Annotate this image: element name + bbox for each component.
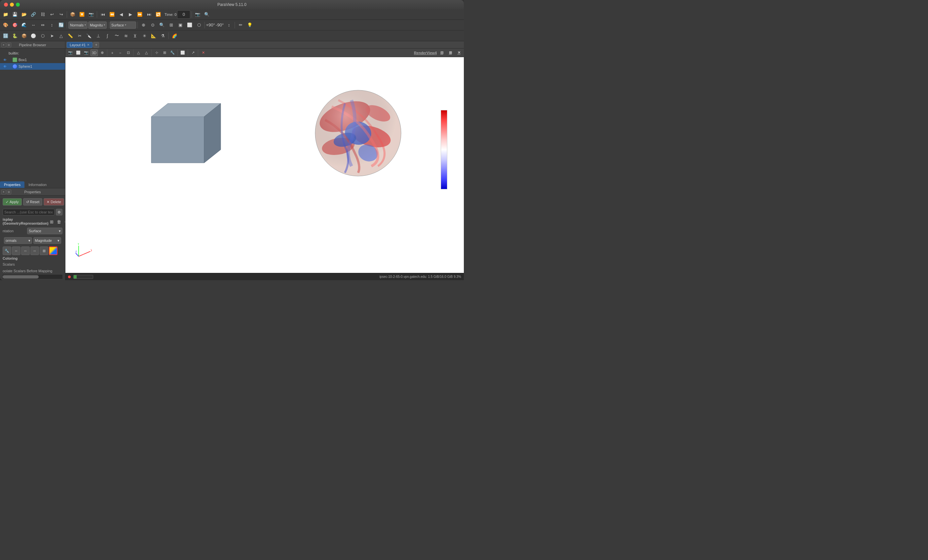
representation-dropdown[interactable]: Surface ▾ — [27, 227, 63, 234]
panel-float-button[interactable]: ⊞ — [7, 43, 11, 47]
calc-button[interactable]: 🔢 — [2, 31, 10, 40]
reset-camera-button[interactable]: 🔍 — [203, 10, 211, 19]
annotation-point-button[interactable]: △ — [135, 50, 142, 56]
display-copy-button[interactable]: ⊞ — [49, 219, 55, 225]
zoom-button[interactable]: 🔍 — [157, 21, 166, 29]
pipeline-item-sphere1[interactable]: 👁 Sphere1 — [0, 63, 65, 70]
axes-button[interactable]: ↔ — [29, 21, 38, 29]
props-float-button[interactable]: ⊞ — [7, 190, 11, 194]
play-back-button[interactable]: ◀ — [117, 10, 125, 19]
display-delete-button[interactable]: 🗑 — [56, 219, 63, 225]
connect-button[interactable]: 🔗 — [29, 10, 38, 19]
remove-point-button[interactable]: − — [117, 50, 124, 56]
cone-btn[interactable]: △ — [57, 31, 66, 40]
rescale-button[interactable]: ↔ — [12, 246, 20, 255]
view-type-button[interactable]: 3D — [90, 50, 98, 56]
save-button[interactable]: 💾 — [11, 10, 19, 19]
box-button[interactable]: 📦 — [20, 31, 28, 40]
open-file-button[interactable]: 📁 — [2, 10, 10, 19]
annotation-button[interactable]: 🔧 — [169, 50, 176, 56]
integrate-btn[interactable]: ∫ — [103, 31, 111, 40]
delete-view-button[interactable]: ✕ — [200, 50, 207, 56]
ruler-btn[interactable]: 📏 — [66, 31, 75, 40]
minimize-button[interactable] — [10, 3, 14, 7]
undo-button[interactable]: ↩ — [47, 10, 56, 19]
props-close-button[interactable]: ✕ — [2, 190, 6, 194]
last-frame-button[interactable]: ⏭ — [145, 10, 153, 19]
adjust-view-button[interactable]: ⊡ — [125, 50, 132, 56]
box1-eye-icon[interactable]: 👁 — [3, 58, 7, 62]
arrow-btn[interactable]: ➤ — [47, 31, 56, 40]
viewport-3d[interactable]: X Y Z — [66, 57, 464, 273]
threshold-btn[interactable]: ⊥ — [94, 31, 102, 40]
split-horizontal-button[interactable]: ⊟ — [438, 50, 445, 56]
pick-cell-button[interactable]: 📷 — [82, 50, 90, 56]
cursor-button[interactable]: ⊹ — [153, 50, 160, 56]
light-button[interactable]: 💡 — [246, 21, 254, 29]
horizontal-scrollbar[interactable] — [3, 274, 63, 279]
center-button[interactable]: ⊙ — [148, 21, 157, 29]
background-button[interactable]: ⬜ — [179, 50, 186, 56]
annotation-line-button[interactable]: △ — [143, 50, 150, 56]
select-button[interactable]: ▣ — [176, 21, 185, 29]
python-button[interactable]: 🐍 — [11, 31, 19, 40]
camera-button[interactable]: 📷 — [193, 10, 202, 19]
layout-tab-1[interactable]: Layout #1 ✕ — [67, 42, 93, 48]
disconnect-button[interactable]: ⛓ — [38, 10, 47, 19]
play-forward-button[interactable]: ⏩ — [136, 10, 144, 19]
display-settings-button[interactable]: ⚙ — [63, 219, 65, 225]
camera-mode-button[interactable]: 📷 — [67, 50, 74, 56]
stream-btn[interactable]: ≋ — [122, 31, 130, 40]
sphere1-eye-icon[interactable]: 👁 — [3, 64, 7, 69]
orientation-button[interactable]: ⊞ — [161, 50, 168, 56]
tab-properties[interactable]: Properties — [0, 182, 24, 188]
add-layout-button[interactable]: + — [93, 42, 99, 48]
redo-button[interactable]: ↪ — [57, 10, 66, 19]
reset-button[interactable]: ↺ Reset — [23, 198, 43, 206]
maximize-button[interactable] — [16, 3, 20, 7]
delete-button[interactable]: ✕ Delete — [44, 198, 64, 206]
slice-btn[interactable]: 🔪 — [85, 31, 93, 40]
cylinder-btn[interactable]: ⬡ — [38, 31, 47, 40]
warp-btn[interactable]: ⊻ — [131, 31, 139, 40]
search-input[interactable] — [3, 209, 55, 215]
normals-dropdown[interactable]: Normals ▾ — [69, 21, 87, 29]
time-value[interactable]: 0 — [177, 10, 190, 19]
rot-90-button[interactable]: -90° — [215, 21, 224, 29]
contour-btn[interactable]: 〜 — [112, 31, 121, 40]
sphere-btn[interactable]: ⚪ — [29, 31, 38, 40]
panel-close-button[interactable]: ✕ — [2, 43, 6, 47]
scroll-thumb[interactable] — [3, 275, 39, 279]
normals-field-dropdown[interactable]: ormals ▾ — [4, 237, 32, 244]
axes3-button[interactable]: ↕ — [47, 21, 56, 29]
pick-button[interactable]: ⊞ — [167, 21, 176, 29]
pipeline-item-builtin[interactable]: builtin: — [0, 50, 65, 56]
loop-button[interactable]: 🔁 — [154, 10, 163, 19]
filters-button[interactable]: 🔽 — [78, 10, 86, 19]
close-button[interactable] — [4, 3, 8, 7]
measure-btn[interactable]: 📐 — [149, 31, 158, 40]
surface-dropdown[interactable]: Surface ▾ — [110, 21, 136, 29]
color-legend-button[interactable]: ⊞ — [40, 246, 48, 255]
first-frame-button[interactable]: ⏮ — [98, 10, 107, 19]
rescale-custom-button[interactable]: ↔ — [21, 246, 30, 255]
glyph-btn[interactable]: ✳ — [140, 31, 149, 40]
custom-filter-btn[interactable]: ⚗ — [159, 31, 167, 40]
layout-tab-close[interactable]: ✕ — [87, 43, 90, 47]
color-button[interactable]: 🎯 — [11, 21, 19, 29]
color-map-btn[interactable]: 🌈 — [170, 31, 179, 40]
split-vertical-button[interactable]: ⊞ — [447, 50, 454, 56]
gradient-button[interactable]: 🌊 — [20, 21, 28, 29]
magnitude-field-dropdown[interactable]: Magnitude ▾ — [34, 237, 61, 244]
magnitude-dropdown[interactable]: Magnitu ▾ — [88, 21, 107, 29]
select-through-button[interactable]: ⬡ — [195, 21, 203, 29]
play-button[interactable]: ▶ — [126, 10, 135, 19]
rescale-temporal-button[interactable]: ↔ — [31, 246, 39, 255]
source-button[interactable]: 📦 — [69, 10, 77, 19]
screenshot-button[interactable]: 📷 — [87, 10, 96, 19]
rot90-button[interactable]: +90° — [206, 21, 215, 29]
prev-frame-button[interactable]: ⏪ — [108, 10, 116, 19]
apply-button[interactable]: ✓ Apply — [3, 198, 22, 206]
reset-axes-button[interactable]: ⊕ — [139, 21, 148, 29]
edit-color-map-button[interactable]: 🔧 — [3, 246, 11, 255]
